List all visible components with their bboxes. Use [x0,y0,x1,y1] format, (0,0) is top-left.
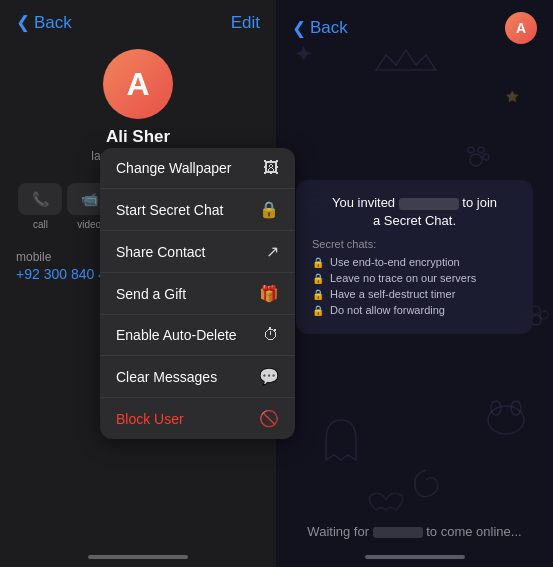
edit-button[interactable]: Edit [231,13,260,33]
secret-chat-feature-3: 🔒 Have a self-destruct timer [312,288,517,300]
waiting-text: Waiting for to come online... [276,524,553,539]
back-button-left[interactable]: ❮ Back [16,12,72,33]
share-contact-label: Share Contact [116,244,206,260]
lock-icon-1: 🔒 [312,257,324,268]
block-icon: 🚫 [259,409,279,428]
wallpaper-icon: 🖼 [263,159,279,177]
svg-text:⭐: ⭐ [506,90,519,103]
change-wallpaper-label: Change Wallpaper [116,160,231,176]
invited-text: You invited [332,195,399,210]
feature-1-text: Use end-to-end encryption [330,256,460,268]
start-secret-chat-label: Start Secret Chat [116,202,223,218]
feature-4-text: Do not allow forwarding [330,304,445,316]
chevron-left-icon-right: ❮ [292,18,306,39]
svg-point-10 [478,147,484,153]
left-header: ❮ Back Edit [0,0,276,41]
lock-icon-3: 🔒 [312,289,324,300]
send-gift-label: Send a Gift [116,286,186,302]
menu-item-change-wallpaper[interactable]: Change Wallpaper 🖼 [100,148,295,189]
secret-chats-subtitle: Secret chats: [312,238,517,250]
secret-chat-feature-4: 🔒 Do not allow forwarding [312,304,517,316]
feature-3-text: Have a self-destruct timer [330,288,455,300]
lock-icon: 🔒 [259,200,279,219]
svg-point-13 [532,306,540,314]
menu-item-start-secret-chat[interactable]: Start Secret Chat 🔒 [100,189,295,231]
right-home-indicator [365,555,465,559]
left-home-indicator [88,555,188,559]
left-panel: ❮ Back Edit A Ali Sher last seen recentl… [0,0,276,567]
secret-chat-feature-2: 🔒 Leave no trace on our servers [312,272,517,284]
video-label: video [77,219,101,230]
feature-2-text: Leave no trace on our servers [330,272,476,284]
back-label-right: Back [310,18,348,38]
chevron-left-icon: ❮ [16,12,30,33]
waiting-name-masked [373,527,423,538]
svg-point-11 [483,154,489,160]
lock-icon-2: 🔒 [312,273,324,284]
profile-name: Ali Sher [106,127,170,147]
secret-chat-info-bubble: You invited to joina Secret Chat. Secret… [296,180,533,334]
right-panel: ✦ ✦ ⭐ [276,0,553,567]
call-label: call [33,219,48,230]
right-header: ❮ Back A [276,0,553,52]
timer-icon: ⏱ [263,326,279,344]
block-user-label: Block User [116,411,184,427]
back-label-left: Back [34,13,72,33]
svg-point-9 [468,147,474,153]
menu-item-send-gift[interactable]: Send a Gift 🎁 [100,273,295,315]
waiting-pre: Waiting for [307,524,372,539]
svg-point-5 [488,406,524,434]
svg-point-8 [470,154,482,166]
enable-auto-delete-label: Enable Auto-Delete [116,327,237,343]
bubble-title: You invited to joina Secret Chat. [312,194,517,230]
menu-item-clear-messages[interactable]: Clear Messages 💬 [100,356,295,398]
menu-item-block-user[interactable]: Block User 🚫 [100,398,295,439]
avatar-right: A [505,12,537,44]
waiting-post: to come online... [423,524,522,539]
call-button[interactable]: 📞 call [18,183,62,230]
svg-point-15 [540,311,548,319]
menu-item-enable-auto-delete[interactable]: Enable Auto-Delete ⏱ [100,315,295,356]
share-icon: ↗ [266,242,279,261]
secret-chat-feature-1: 🔒 Use end-to-end encryption [312,256,517,268]
lock-icon-4: 🔒 [312,305,324,316]
invited-name-masked [399,198,459,210]
gift-icon: 🎁 [259,284,279,303]
clear-icon: 💬 [259,367,279,386]
menu-item-share-contact[interactable]: Share Contact ↗ [100,231,295,273]
back-button-right[interactable]: ❮ Back [292,18,348,39]
clear-messages-label: Clear Messages [116,369,217,385]
call-icon: 📞 [18,183,62,215]
context-menu: Change Wallpaper 🖼 Start Secret Chat 🔒 S… [100,148,295,439]
avatar: A [103,49,173,119]
